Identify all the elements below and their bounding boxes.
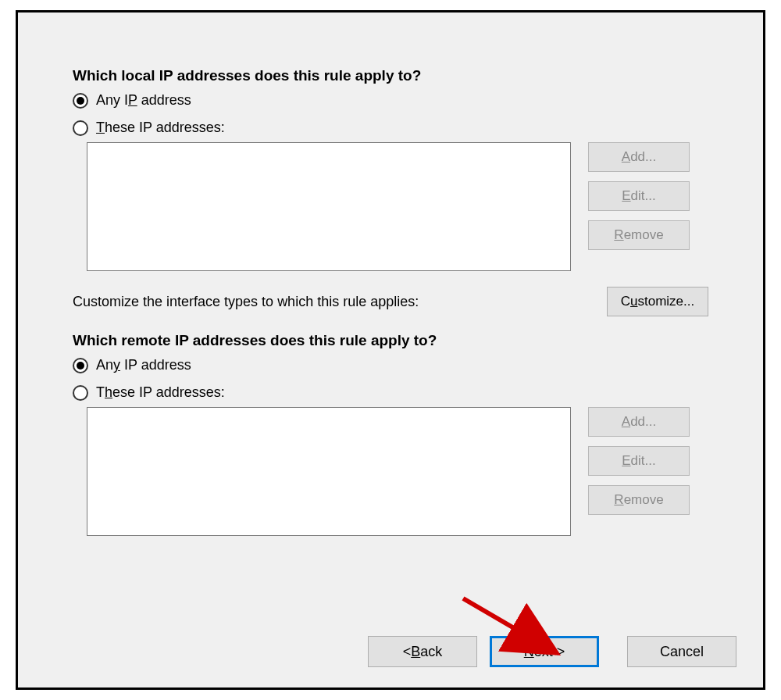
remote-ip-listbox[interactable] [87, 407, 571, 536]
cancel-button[interactable]: Cancel [627, 636, 736, 667]
customize-text: Customize the interface types to which t… [73, 294, 419, 310]
radio-icon [73, 385, 88, 401]
remote-buttons: Add... Edit... Remove [588, 407, 690, 536]
local-any-ip-label: Any IP address [96, 92, 191, 109]
customize-button[interactable]: Customize... [607, 287, 708, 316]
remote-any-ip-radio[interactable]: Any IP address [73, 357, 708, 373]
remote-these-ip-label: These IP addresses: [96, 384, 225, 401]
local-list-area: Add... Edit... Remove [87, 142, 708, 271]
back-button[interactable]: < Back [368, 636, 477, 667]
remote-edit-button: Edit... [588, 446, 690, 476]
customize-row: Customize the interface types to which t… [73, 287, 708, 316]
radio-icon [73, 93, 88, 109]
local-add-button: Add... [588, 142, 690, 172]
next-button[interactable]: Next > [490, 636, 599, 667]
remote-add-button: Add... [588, 407, 690, 437]
remote-any-ip-label: Any IP address [96, 357, 191, 373]
local-ip-listbox[interactable] [87, 142, 571, 271]
local-heading: Which local IP addresses does this rule … [73, 67, 708, 84]
local-these-ip-label: These IP addresses: [96, 120, 225, 136]
local-buttons: Add... Edit... Remove [588, 142, 690, 271]
local-any-ip-radio[interactable]: Any IP address [73, 92, 708, 109]
remote-these-ip-radio[interactable]: These IP addresses: [73, 384, 708, 401]
local-edit-button: Edit... [588, 181, 690, 211]
local-these-ip-radio[interactable]: These IP addresses: [73, 120, 708, 136]
radio-icon [73, 358, 88, 373]
remote-remove-button: Remove [588, 485, 690, 515]
wizard-buttons: < Back Next > Cancel [368, 636, 736, 667]
dialog-panel: Which local IP addresses does this rule … [16, 10, 765, 690]
local-remove-button: Remove [588, 220, 690, 250]
remote-heading: Which remote IP addresses does this rule… [73, 332, 708, 349]
remote-list-area: Add... Edit... Remove [87, 407, 708, 536]
radio-icon [73, 120, 88, 136]
